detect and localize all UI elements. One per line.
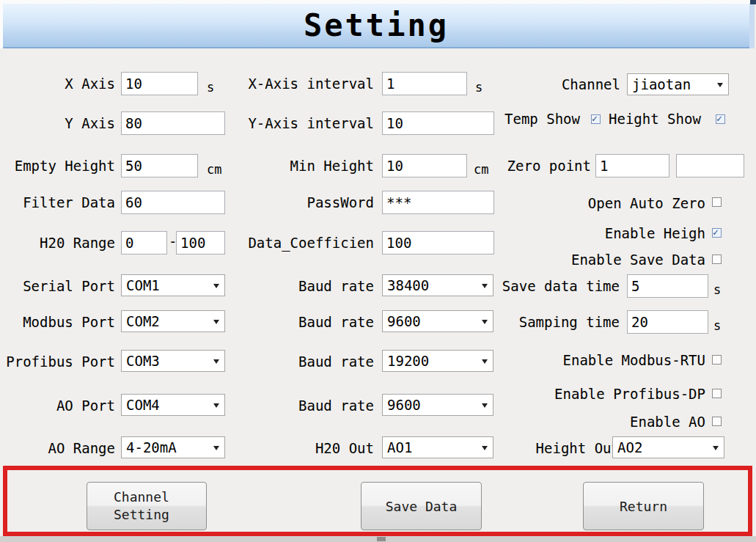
serial-port-select[interactable]: COM1 [121, 274, 225, 296]
chevron-down-icon [213, 320, 219, 324]
x-axis-input[interactable] [121, 72, 198, 95]
title-bar: Setting [3, 4, 749, 48]
channel-setting-button[interactable]: Channel Setting [87, 482, 207, 530]
save-data-button[interactable]: Save Data [361, 482, 482, 530]
height-show-checkbox[interactable] [716, 114, 725, 124]
baud-rate-profibus-select-value: 19200 [387, 353, 429, 369]
baud-rate-serial-label: Baud rate [242, 278, 374, 294]
chevron-down-icon [717, 83, 723, 87]
samping-time-unit: s [713, 318, 721, 333]
save-data-time-label: Save data time [484, 278, 620, 294]
profibus-port-select[interactable]: COM3 [121, 350, 225, 372]
y-axis-label: Y Axis [0, 115, 115, 131]
ao-range-label: AO Range [0, 440, 115, 456]
channel-setting-button-label: Channel Setting [114, 488, 180, 524]
open-auto-zero-label: Open Auto Zero [513, 195, 705, 211]
return-button-label: Return [584, 499, 703, 514]
enable-save-data-label: Enable Save Data [513, 252, 705, 268]
page-title: Setting [304, 7, 449, 43]
baud-rate-profibus-select[interactable]: 19200 [382, 350, 493, 372]
channel-label: Channel [535, 76, 620, 92]
serial-port-select-value: COM1 [126, 277, 160, 293]
password-input[interactable] [382, 191, 494, 214]
right-scrollbar-strip[interactable] [749, 4, 755, 48]
empty-height-label: Empty Height [0, 158, 115, 174]
enable-ao-checkbox[interactable] [712, 417, 722, 426]
zero-point-input[interactable] [595, 154, 669, 177]
baud-rate-modbus-label: Baud rate [242, 314, 374, 330]
enable-profibus-dp-checkbox[interactable] [712, 389, 722, 398]
password-label: PassWord [242, 194, 374, 210]
baud-rate-ao-select[interactable]: 9600 [382, 394, 493, 416]
chevron-down-icon [213, 284, 219, 288]
x-interval-unit: s [475, 80, 482, 95]
chevron-down-icon [482, 403, 488, 408]
save-data-time-input[interactable] [627, 274, 708, 298]
h2o-out-select[interactable]: AO1 [382, 436, 493, 458]
channel-select-value: jiaotan [632, 76, 691, 92]
baud-rate-serial-select[interactable]: 38400 [382, 274, 493, 296]
channel-select[interactable]: jiaotan [627, 73, 729, 95]
x-axis-unit: s [207, 80, 214, 95]
height-show-label: Height Show [609, 111, 701, 127]
chevron-down-icon [213, 403, 219, 408]
return-button[interactable]: Return [583, 482, 704, 530]
h2o-range-max-input[interactable] [176, 231, 225, 254]
data-coefficient-label: Data_Coefficien [242, 235, 374, 251]
modbus-port-label: Modbus Port [0, 314, 115, 330]
h2o-out-select-value: AO1 [387, 439, 412, 455]
samping-time-input[interactable] [627, 310, 708, 334]
empty-height-unit: cm [207, 162, 221, 177]
filter-data-label: Filter Data [0, 194, 115, 210]
ao-range-select-value: 4-20mA [126, 439, 177, 455]
zero-point-label: Zero point [488, 158, 591, 174]
min-height-input[interactable] [382, 154, 467, 177]
empty-height-input[interactable] [121, 154, 198, 177]
serial-port-label: Serial Port [0, 278, 115, 294]
height-out-select[interactable]: AO2 [612, 436, 724, 458]
window-corner-mark [750, 0, 756, 4]
enable-modbus-rtu-checkbox[interactable] [712, 355, 722, 365]
modbus-port-select-value: COM2 [126, 313, 160, 329]
data-coefficient-input[interactable] [382, 231, 494, 254]
height-out-label: Height Out [484, 440, 620, 456]
min-height-label: Min Height [242, 158, 374, 174]
chevron-down-icon [213, 359, 219, 364]
min-height-unit: cm [474, 162, 488, 177]
h2o-range-label: H20 Range [0, 235, 115, 251]
h2o-range-min-input[interactable] [121, 231, 167, 254]
modbus-port-select[interactable]: COM2 [121, 310, 225, 332]
baud-rate-modbus-select[interactable]: 9600 [382, 310, 493, 332]
x-axis-label: X Axis [0, 76, 115, 92]
baud-rate-serial-select-value: 38400 [387, 277, 429, 293]
y-axis-input[interactable] [121, 111, 225, 135]
open-auto-zero-checkbox[interactable] [712, 197, 722, 207]
height-out-select-value: AO2 [617, 439, 642, 455]
save-data-button-label: Save Data [362, 499, 481, 514]
ao-range-select[interactable]: 4-20mA [121, 436, 225, 458]
save-data-time-unit: s [713, 282, 721, 297]
enable-save-data-checkbox[interactable] [712, 254, 722, 264]
enable-heigh-checkbox[interactable] [712, 228, 722, 238]
chevron-down-icon [482, 359, 488, 364]
h2o-out-label: H20 Out [242, 440, 374, 456]
enable-heigh-label: Enable Heigh [513, 225, 705, 241]
y-interval-input[interactable] [382, 111, 494, 135]
filter-data-input[interactable] [121, 191, 225, 214]
resize-grip[interactable] [377, 537, 386, 541]
x-interval-input[interactable] [382, 72, 467, 95]
profibus-port-label: Profibus Port [0, 354, 115, 370]
zero-point-input-2[interactable] [676, 154, 744, 177]
setting-window: Setting X Axis s X-Axis interval s Chann… [0, 0, 756, 542]
ao-port-select-value: COM4 [126, 397, 160, 413]
x-interval-label: X-Axis interval [242, 76, 374, 92]
enable-modbus-rtu-label: Enable Modbus-RTU [513, 352, 705, 368]
ao-port-select[interactable]: COM4 [121, 394, 225, 416]
ao-port-label: AO Port [0, 398, 115, 414]
enable-profibus-dp-label: Enable Profibus-DP [513, 386, 705, 402]
baud-rate-ao-label: Baud rate [242, 398, 374, 414]
temp-show-checkbox[interactable] [591, 114, 601, 124]
chevron-down-icon [213, 446, 219, 450]
chevron-down-icon [713, 446, 719, 450]
temp-show-label: Temp Show [504, 111, 580, 127]
